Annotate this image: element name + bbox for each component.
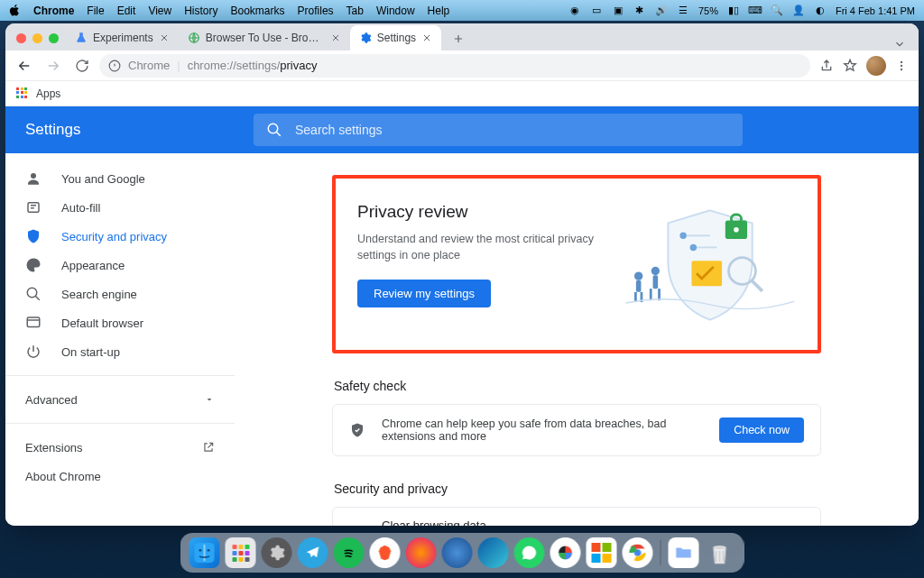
settings-sidebar: You and Google Auto-fill Security and pr… — [5, 153, 235, 526]
palette-icon — [25, 257, 42, 273]
address-bar[interactable]: Chrome | chrome://settings/privacy — [99, 54, 810, 78]
apps-grid-icon[interactable] — [16, 87, 29, 100]
sidebar-about-chrome[interactable]: About Chrome — [5, 462, 235, 491]
site-info-icon[interactable] — [108, 60, 121, 72]
sidebar-item-label: Appearance — [61, 259, 125, 272]
close-tab-icon[interactable] — [330, 32, 341, 43]
bluetooth-icon[interactable]: ✱ — [633, 5, 646, 17]
dock-trash[interactable] — [705, 537, 735, 568]
close-tab-icon[interactable] — [421, 32, 432, 43]
bookmarks-bar: Apps — [5, 81, 919, 106]
autofill-icon — [25, 199, 42, 216]
siri-icon[interactable]: ◐ — [814, 5, 827, 17]
dock-folder[interactable] — [669, 537, 699, 568]
back-button[interactable] — [13, 54, 36, 78]
menu-window[interactable]: Window — [376, 5, 415, 17]
dock-separator — [661, 540, 661, 565]
menu-profiles[interactable]: Profiles — [298, 5, 334, 17]
kebab-menu-icon[interactable] — [895, 60, 908, 72]
tab-settings[interactable]: Settings — [350, 25, 441, 50]
sidebar-advanced[interactable]: Advanced — [5, 385, 235, 414]
menu-history[interactable]: History — [184, 5, 217, 17]
sidebar-item-search-engine[interactable]: Search engine — [5, 280, 235, 308]
dock-edge[interactable] — [478, 537, 509, 568]
apps-label[interactable]: Apps — [36, 87, 60, 100]
gear-icon — [359, 32, 372, 44]
app-name[interactable]: Chrome — [33, 5, 74, 17]
close-tab-icon[interactable] — [159, 32, 170, 43]
reload-button[interactable] — [70, 54, 94, 78]
bookmark-star-icon[interactable] — [843, 59, 857, 73]
dock-spotify[interactable] — [334, 537, 365, 568]
menu-edit[interactable]: Edit — [117, 5, 136, 17]
svg-line-14 — [753, 281, 762, 291]
svg-point-4 — [901, 68, 902, 69]
dock-chrome[interactable] — [623, 537, 653, 568]
airdrop-icon[interactable]: ◉ — [568, 5, 581, 17]
close-window-button[interactable] — [16, 33, 26, 43]
url-prefix: chrome://settings/ — [188, 59, 281, 72]
sidebar-item-security-privacy[interactable]: Security and privacy — [5, 222, 235, 251]
review-settings-button[interactable]: Review my settings — [357, 280, 491, 307]
safety-check-card: Chrome can help keep you safe from data … — [332, 404, 821, 456]
share-icon[interactable] — [819, 59, 834, 73]
control-center-icon[interactable]: ☰ — [677, 5, 689, 17]
spotlight-icon[interactable]: 🔍 — [771, 5, 783, 17]
sidebar-item-on-startup[interactable]: On start-up — [5, 337, 235, 366]
check-now-button[interactable]: Check now — [719, 417, 804, 443]
menu-help[interactable]: Help — [428, 5, 450, 17]
minimize-window-button[interactable] — [32, 33, 42, 43]
clear-data-title: Clear browsing data — [382, 518, 568, 526]
dock-app-generic[interactable] — [550, 537, 581, 568]
new-tab-button[interactable] — [447, 27, 470, 50]
tab-experiments[interactable]: Experiments — [66, 25, 179, 50]
sidebar-item-appearance[interactable]: Appearance — [5, 251, 235, 280]
search-input[interactable] — [295, 123, 730, 137]
maximize-window-button[interactable] — [49, 33, 59, 43]
svg-point-18 — [690, 244, 697, 251]
sidebar-item-label: Auto-fill — [61, 201, 100, 215]
browser-window: Experiments Browser To Use - Browser Tip… — [5, 23, 919, 526]
menu-bookmarks[interactable]: Bookmarks — [231, 5, 285, 17]
keyboard-icon[interactable]: ⌨ — [749, 5, 762, 17]
menu-file[interactable]: File — [87, 5, 104, 17]
dock-telegram[interactable] — [298, 537, 328, 568]
svg-point-6 — [31, 173, 36, 179]
sidebar-item-label: You and Google — [61, 172, 145, 186]
tab-browser-tips[interactable]: Browser To Use - Browser Tips — [179, 25, 350, 50]
dock-launchpad[interactable] — [226, 537, 256, 568]
dock-settings[interactable] — [262, 537, 292, 568]
sidebar-item-default-browser[interactable]: Default browser — [5, 308, 235, 337]
settings-page: Settings You and Google — [5, 106, 919, 526]
privacy-review-card: Privacy review Understand and review the… — [332, 175, 821, 353]
sidebar-extensions[interactable]: Extensions — [5, 433, 235, 462]
sidebar-item-you-and-google[interactable]: You and Google — [5, 164, 235, 193]
dock-firefox[interactable] — [406, 537, 437, 568]
dock-finder[interactable] — [189, 537, 220, 568]
apple-menu-icon[interactable] — [9, 5, 21, 16]
clear-browsing-data-row[interactable]: Clear browsing data Clear history, cooki… — [333, 508, 820, 526]
profile-avatar[interactable] — [866, 56, 886, 76]
svg-point-8 — [27, 288, 37, 298]
volume-icon[interactable]: 🔊 — [655, 5, 668, 17]
dock-brave[interactable] — [370, 537, 401, 568]
menu-view[interactable]: View — [148, 5, 171, 17]
safety-check-text: Chrome can help keep you safe from data … — [382, 417, 703, 443]
dock-whatsapp[interactable] — [514, 537, 545, 568]
menu-tab[interactable]: Tab — [346, 5, 364, 17]
search-icon — [266, 122, 282, 138]
tab-overflow-button[interactable] — [893, 38, 911, 50]
chevron-down-icon — [204, 394, 215, 405]
forward-button[interactable] — [42, 54, 65, 78]
datetime[interactable]: Fri 4 Feb 1:41 PM — [836, 5, 915, 16]
users-icon[interactable]: 👤 — [792, 5, 805, 17]
dock-firefox-dev[interactable] — [442, 537, 473, 568]
sidebar-item-autofill[interactable]: Auto-fill — [5, 193, 235, 222]
screen-mirror-icon[interactable]: ▣ — [612, 5, 624, 17]
battery-icon[interactable]: ▮▯ — [727, 5, 740, 17]
settings-search[interactable] — [254, 114, 743, 146]
sidebar-item-label: Default browser — [61, 317, 143, 330]
display-icon[interactable]: ▭ — [590, 5, 603, 17]
dock-microsoft[interactable] — [587, 537, 617, 568]
flask-icon — [75, 32, 88, 44]
